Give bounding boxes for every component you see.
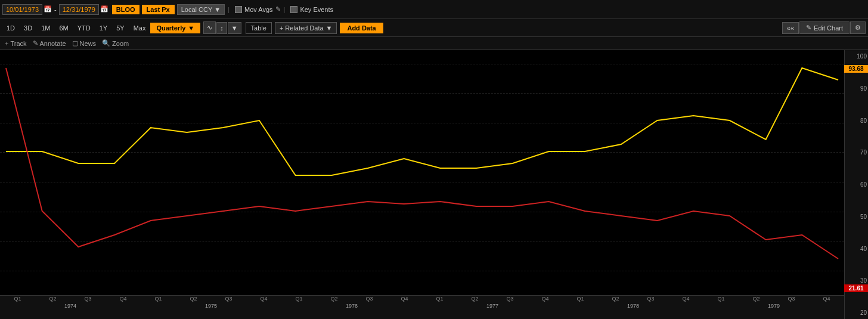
nav-bar: 1D 3D 1M 6M YTD 1Y 5Y Max Quarterly ▼ ∿ … [0,19,868,37]
x-quarter-4: Q1 [141,296,176,302]
nav-ytd[interactable]: YTD [73,23,95,33]
edit-chart-label: Edit Chart [814,24,843,32]
x-quarter-2: Q3 [70,296,106,302]
y-60: 60 [846,181,867,188]
nav-1m[interactable]: 1M [37,23,54,33]
sep1: | [228,6,230,13]
x-quarter-19: Q4 [668,296,703,302]
x-year-1978: 1978 [563,303,703,309]
more-chart-btn[interactable]: ▼ [228,22,241,34]
bar-chart-btn[interactable]: ↕ [216,22,227,34]
x-quarter-23: Q4 [809,296,844,302]
mov-avgs-group: Mov Avgs ✎ [235,5,281,13]
x-year-1979: 1979 [703,303,844,309]
red-price-badge: 21.61 [844,284,868,292]
related-data-button[interactable]: + Related Data ▼ [275,22,337,34]
plus-icon: + [280,24,283,32]
annotate-tool[interactable]: ✎ Annotate [33,39,66,47]
x-quarter-22: Q3 [774,296,809,302]
gear-icon: ⚙ [855,24,861,31]
y-30: 30 [846,277,867,284]
zoom-icon: 🔍 [102,39,110,47]
y-20: 20 [846,309,867,316]
table-button[interactable]: Table [246,22,272,34]
line-chart-icon: ∿ [207,24,212,32]
x-quarter-12: Q1 [422,296,457,302]
zoom-label: Zoom [112,40,129,47]
x-quarter-18: Q3 [633,296,668,302]
tools-bar: + Track ✎ Annotate ▢ News 🔍 Zoom [0,37,868,50]
annotate-icon: ✎ [33,39,38,47]
nav-1y[interactable]: 1Y [95,23,111,33]
pencil-icon: ✎ [275,5,281,13]
nav-max[interactable]: Max [129,23,150,33]
nav-3d[interactable]: 3D [20,23,36,33]
sep2: | [284,6,286,13]
x-quarter-15: Q4 [528,296,563,302]
mov-avgs-label: Mov Avgs [244,6,273,13]
nav-5y[interactable]: 5Y [112,23,128,33]
y-axis: 100 90 80 70 60 50 40 30 20 [844,50,868,319]
settings-button[interactable]: ⚙ [850,21,866,34]
start-date-btn[interactable]: 10/01/1973 [2,4,42,15]
x-quarter-1: Q2 [35,296,70,302]
x-quarter-8: Q1 [281,296,317,302]
x-quarter-6: Q3 [211,296,246,302]
y-100: 100 [846,53,867,60]
start-cal-icon[interactable]: 📅 [44,5,52,13]
mov-avgs-checkbox[interactable] [235,6,242,13]
track-tool[interactable]: + Track [5,40,27,47]
date-separator: - [54,6,57,13]
x-quarter-0: Q1 [0,296,35,302]
x-axis: Q1Q2Q3Q4Q1Q2Q3Q4Q1Q2Q3Q4Q1Q2Q3Q4Q1Q2Q3Q4… [0,295,844,319]
x-year-1977: 1977 [422,303,563,309]
track-icon: + [5,40,8,47]
news-label: News [80,40,97,47]
x-quarter-11: Q4 [387,296,422,302]
collapse-button[interactable]: «« [782,22,799,34]
x-quarter-14: Q3 [492,296,528,302]
date-range: 10/01/1973 📅 - 12/31/1979 📅 [2,4,108,15]
bloomi-button[interactable]: BLOO [112,5,140,14]
x-quarter-16: Q1 [563,296,598,302]
lastpx-button[interactable]: Last Px [142,5,175,14]
news-icon: ▢ [72,39,78,47]
track-label: Track [10,40,26,47]
local-ccy-button[interactable]: Local CCY ▼ [177,4,225,15]
y-50: 50 [846,213,867,220]
end-cal-icon[interactable]: 📅 [100,5,108,13]
zoom-tool[interactable]: 🔍 Zoom [102,39,129,47]
yellow-series [6,68,838,175]
key-events-label: Key Events [300,6,333,13]
news-tool[interactable]: ▢ News [72,39,97,47]
line-chart-btn[interactable]: ∿ [203,21,216,34]
quarterly-button[interactable]: Quarterly ▼ [150,23,200,33]
x-quarter-13: Q2 [457,296,492,302]
pencil-edit-icon: ✎ [806,24,811,32]
annotate-label: Annotate [40,40,66,47]
related-arrow: ▼ [326,24,333,32]
key-events-checkbox[interactable] [290,6,297,13]
related-data-label: Related Data [285,24,323,32]
x-quarter-21: Q2 [739,296,774,302]
x-year-1974: 1974 [0,303,141,309]
nav-1d[interactable]: 1D [2,23,19,33]
x-year-labels: 197419751976197719781979 [0,303,844,309]
key-events-group: Key Events [290,6,333,13]
x-quarter-9: Q2 [317,296,352,302]
edit-chart-button[interactable]: ✎ Edit Chart [799,21,850,34]
chart-svg [0,50,844,265]
end-date-btn[interactable]: 12/31/1979 [59,4,99,15]
x-quarter-3: Q4 [106,296,141,302]
nav-6m[interactable]: 6M [55,23,72,33]
x-quarter-10: Q3 [352,296,387,302]
quarterly-label: Quarterly [156,24,185,32]
x-quarter-labels: Q1Q2Q3Q4Q1Q2Q3Q4Q1Q2Q3Q4Q1Q2Q3Q4Q1Q2Q3Q4… [0,296,844,302]
x-year-1975: 1975 [141,303,281,309]
y-70: 70 [846,149,867,156]
y-80: 80 [846,117,867,124]
quarterly-arrow: ▼ [188,24,194,32]
x-year-1976: 1976 [281,303,422,309]
add-data-button[interactable]: Add Data [340,23,383,33]
local-ccy-label: Local CCY [181,6,213,13]
